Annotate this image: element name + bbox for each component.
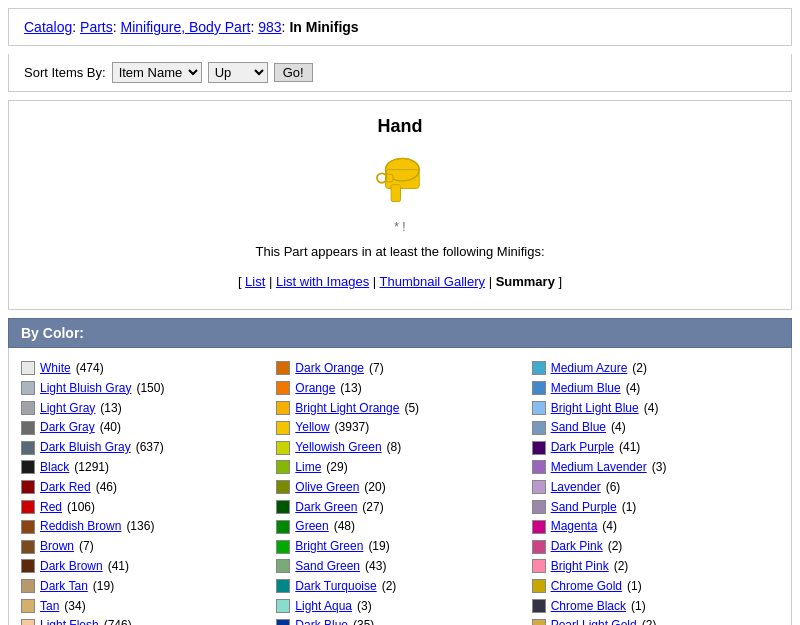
color-link[interactable]: Dark Orange [295,360,364,377]
color-link[interactable]: Dark Red [40,479,91,496]
color-link[interactable]: Dark Brown [40,558,103,575]
color-swatch [532,619,546,625]
color-link[interactable]: Tan [40,598,59,615]
color-swatch [21,401,35,415]
color-link[interactable]: Light Flesh [40,617,99,625]
part-title: Hand [24,116,776,137]
color-item: Reddish Brown (136) [21,518,260,535]
color-item: Dark Gray (40) [21,419,260,436]
color-link[interactable]: Bright Light Orange [295,400,399,417]
color-count: (1) [631,598,646,615]
color-link[interactable]: Bright Green [295,538,363,555]
color-swatch [276,619,290,625]
color-swatch [276,520,290,534]
color-swatch [21,460,35,474]
color-link[interactable]: Yellowish Green [295,439,381,456]
color-link[interactable]: Pearl Light Gold [551,617,637,625]
color-grid: White (474)Light Bluish Gray (150)Light … [8,348,792,625]
color-item: Dark Orange (7) [276,360,515,377]
color-swatch [532,361,546,375]
color-swatch [21,520,35,534]
color-link[interactable]: Brown [40,538,74,555]
list-images-link[interactable]: List with Images [276,274,369,289]
color-link[interactable]: Sand Blue [551,419,606,436]
color-swatch [276,579,290,593]
sort-field-select[interactable]: Item Name Part No Color Year [112,62,202,83]
sort-go-button[interactable]: Go! [274,63,313,82]
color-link[interactable]: Sand Purple [551,499,617,516]
color-link[interactable]: Dark Turquoise [295,578,376,595]
color-link[interactable]: Dark Bluish Gray [40,439,131,456]
color-swatch [276,559,290,573]
color-count: (4) [611,419,626,436]
color-link[interactable]: Medium Azure [551,360,628,377]
breadcrumb-number[interactable]: 983 [258,19,281,35]
color-link[interactable]: Lavender [551,479,601,496]
color-count: (13) [340,380,361,397]
color-link[interactable]: Sand Green [295,558,360,575]
color-item: Light Gray (13) [21,400,260,417]
color-count: (27) [362,499,383,516]
color-link[interactable]: Olive Green [295,479,359,496]
color-link[interactable]: Black [40,459,69,476]
color-count: (7) [79,538,94,555]
sort-dir-select[interactable]: Up Down [208,62,268,83]
color-link[interactable]: Light Bluish Gray [40,380,131,397]
color-link[interactable]: Dark Blue [295,617,348,625]
color-link[interactable]: Medium Lavender [551,459,647,476]
color-item: Sand Purple (1) [532,499,771,516]
color-item: Yellowish Green (8) [276,439,515,456]
thumbnail-gallery-link[interactable]: Thumbnail Gallery [380,274,486,289]
color-item: Red (106) [21,499,260,516]
color-swatch [532,480,546,494]
color-swatch [532,500,546,514]
color-link[interactable]: Bright Pink [551,558,609,575]
by-color-section: By Color: White (474)Light Bluish Gray (… [8,318,792,625]
color-link[interactable]: Reddish Brown [40,518,121,535]
color-link[interactable]: Dark Pink [551,538,603,555]
breadcrumb-body-part[interactable]: Minifigure, Body Part [121,19,251,35]
color-count: (43) [365,558,386,575]
color-item: Bright Green (19) [276,538,515,555]
color-link[interactable]: White [40,360,71,377]
color-link[interactable]: Yellow [295,419,329,436]
color-item: Green (48) [276,518,515,535]
color-swatch [532,559,546,573]
breadcrumb-parts[interactable]: Parts [80,19,113,35]
list-link[interactable]: List [245,274,265,289]
color-count: (13) [100,400,121,417]
color-swatch [21,480,35,494]
color-swatch [276,500,290,514]
color-swatch [276,460,290,474]
color-link[interactable]: Magenta [551,518,598,535]
sort-label: Sort Items By: [24,65,106,80]
color-link[interactable]: Dark Green [295,499,357,516]
color-link[interactable]: Dark Gray [40,419,95,436]
color-link[interactable]: Orange [295,380,335,397]
color-link[interactable]: Bright Light Blue [551,400,639,417]
color-swatch [21,500,35,514]
color-count: (34) [64,598,85,615]
color-count: (2) [614,558,629,575]
color-item: Lavender (6) [532,479,771,496]
color-link[interactable]: Light Gray [40,400,95,417]
color-count: (2) [642,617,657,625]
part-note: * ! [24,220,776,234]
color-swatch [532,599,546,613]
color-count: (3) [652,459,667,476]
color-item: Brown (7) [21,538,260,555]
color-link[interactable]: Dark Tan [40,578,88,595]
color-swatch [532,460,546,474]
color-link[interactable]: Chrome Gold [551,578,622,595]
color-item: Magenta (4) [532,518,771,535]
color-link[interactable]: Green [295,518,328,535]
breadcrumb-catalog[interactable]: Catalog [24,19,72,35]
color-link[interactable]: Chrome Black [551,598,626,615]
color-swatch [276,361,290,375]
color-swatch [21,619,35,625]
color-link[interactable]: Dark Purple [551,439,614,456]
color-link[interactable]: Light Aqua [295,598,352,615]
color-link[interactable]: Lime [295,459,321,476]
color-link[interactable]: Red [40,499,62,516]
color-link[interactable]: Medium Blue [551,380,621,397]
